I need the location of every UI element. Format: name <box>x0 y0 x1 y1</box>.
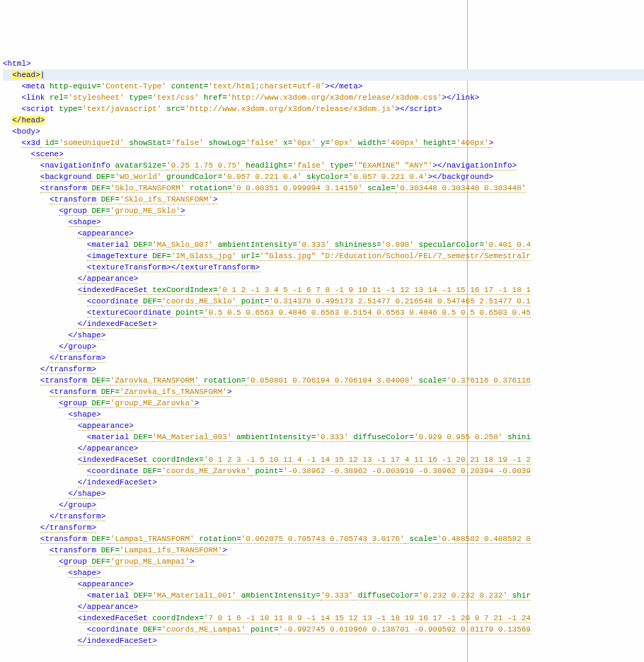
code-line[interactable]: </group> <box>3 341 644 352</box>
code-line[interactable]: </group> <box>3 499 644 511</box>
code-line[interactable]: <indexedFaceSet texCoordIndex='0 1 2 -1 … <box>3 284 644 296</box>
code-line[interactable]: <html> <box>3 58 644 69</box>
code-line[interactable]: <coordinate DEF='coords_ME_Lampa1' point… <box>3 624 644 635</box>
code-line[interactable]: <meta http-equiv='Content-Type' content=… <box>3 81 644 92</box>
code-line[interactable]: <appearance> <box>3 579 644 590</box>
code-line[interactable]: </transform> <box>3 522 644 533</box>
code-line[interactable]: <material DEF='MA_Material_003' ambientI… <box>3 431 644 443</box>
code-line[interactable]: <appearance> <box>3 228 644 239</box>
code-line[interactable]: <coordinate DEF='coords_ME_Sklo' point='… <box>3 296 644 307</box>
code-line[interactable]: </indexedFaceSet> <box>3 318 644 330</box>
code-line[interactable]: <shape> <box>3 409 644 420</box>
code-line[interactable]: </transform> <box>3 511 644 522</box>
code-line[interactable]: <transform DEF='Lampa1_ifs_TRANSFORM'> <box>3 545 644 556</box>
code-line[interactable]: </shape> <box>3 488 644 499</box>
code-line[interactable]: <coordinate DEF='coords_ME_Zarovka' poin… <box>3 465 644 477</box>
code-line[interactable]: <imageTexture DEF='IM_Glass_jpg' url='"G… <box>3 250 644 262</box>
code-line[interactable]: <x3d id='someUniqueId' showStat='false' … <box>3 137 644 149</box>
code-line[interactable]: <transform DEF='Zarovka_TRANSFORM' rotat… <box>3 375 644 386</box>
code-line[interactable]: <body> <box>3 126 644 137</box>
code-line[interactable]: <transform DEF='Lampa1_TRANSFORM' rotati… <box>3 533 644 545</box>
code-line[interactable]: </indexedFaceSet> <box>3 635 644 646</box>
code-line[interactable]: </transform> <box>3 364 644 375</box>
code-line[interactable]: </appearance> <box>3 601 644 612</box>
code-line[interactable]: <transform DEF='Sklo_TRANSFORM' rotation… <box>3 182 644 194</box>
code-line[interactable]: <group DEF='group_ME_Lampa1'> <box>3 556 644 567</box>
code-line[interactable]: </head> <box>3 115 644 126</box>
code-line[interactable]: </indexedFaceSet> <box>3 477 644 488</box>
code-line[interactable]: <shape> <box>3 567 644 579</box>
code-line[interactable]: <scene> <box>3 149 644 160</box>
code-line[interactable]: <material DEF='MA_Material1_001' ambient… <box>3 590 644 601</box>
code-line[interactable]: <textureCoordinate point='0.5 0.5 0.6563… <box>3 307 644 318</box>
code-line[interactable]: <script type='text/javascript' src='http… <box>3 103 644 115</box>
code-line[interactable]: <material DEF='MA_Sklo_007' ambientInten… <box>3 239 644 250</box>
code-editor[interactable]: <html> <head>| <meta http-equiv='Content… <box>0 57 644 648</box>
code-line[interactable]: <transform DEF='Sklo_ifs_TRANSFORM'> <box>3 194 644 205</box>
code-line[interactable]: </transform> <box>3 352 644 364</box>
code-line[interactable]: </appearance> <box>3 443 644 454</box>
code-line[interactable]: <head>| <box>3 69 644 81</box>
code-line[interactable]: <group DEF='group_ME_Zarovka'> <box>3 397 644 409</box>
code-line[interactable]: <navigationInfo avatarSize='0.25 1.75 0.… <box>3 160 644 171</box>
code-line[interactable]: </shape> <box>3 330 644 341</box>
code-line[interactable]: </appearance> <box>3 273 644 284</box>
code-line[interactable]: <link rel='stylesheet' type='text/css' h… <box>3 92 644 103</box>
code-line[interactable]: <appearance> <box>3 420 644 431</box>
code-line[interactable]: <indexedFaceSet coordIndex='0 1 2 3 -1 5… <box>3 454 644 465</box>
code-line[interactable]: <indexedFaceSet coordIndex='7 0 1 6 -1 1… <box>3 612 644 624</box>
code-line[interactable]: <textureTransform></textureTransform> <box>3 262 644 273</box>
code-line[interactable]: <shape> <box>3 216 644 228</box>
code-line[interactable]: <group DEF='group_ME_Sklo'> <box>3 205 644 216</box>
code-line[interactable]: <background DEF='WO_World' groundColor='… <box>3 171 644 182</box>
code-line[interactable]: <transform DEF='Zarovka_ifs_TRANSFORM'> <box>3 386 644 397</box>
